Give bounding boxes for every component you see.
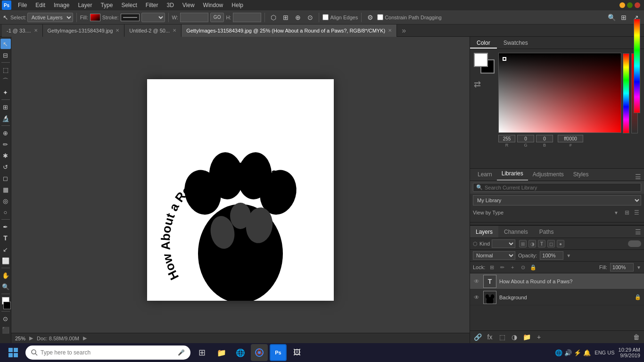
dodge-tool-btn[interactable]: ○	[0, 207, 11, 217]
align-edges-checkbox-label[interactable]: Align Edges	[322, 14, 358, 20]
quick-mask-btn[interactable]: ⊙	[0, 313, 11, 324]
fg-color-large[interactable]	[474, 53, 488, 67]
layer-row-background[interactable]: 👁 Background 🔒	[470, 289, 644, 305]
voice-search-icon[interactable]: 🎤	[178, 349, 185, 356]
tab-color[interactable]: Color	[470, 37, 497, 49]
tab-learn[interactable]: Learn	[473, 169, 497, 181]
magic-wand-btn[interactable]: ✦	[0, 87, 11, 98]
blur-tool-btn[interactable]: ◎	[0, 196, 11, 206]
fill-swatch[interactable]	[90, 14, 100, 21]
filter-pixel-btn[interactable]: ⊞	[519, 240, 527, 247]
lasso-tool-btn[interactable]: ⌒	[0, 76, 11, 86]
tab-close-3[interactable]: ✕	[173, 28, 176, 33]
clone-stamp-btn[interactable]: ✱	[0, 150, 11, 161]
go-button[interactable]: GO	[210, 13, 224, 22]
layer-visibility-btn-2[interactable]: 👁	[473, 294, 480, 301]
filter-smart-btn[interactable]: ●	[557, 240, 564, 247]
color-hex-input[interactable]	[558, 135, 583, 142]
menu-help[interactable]: Help	[228, 1, 247, 9]
history-brush-btn[interactable]: ↺	[0, 162, 11, 172]
fill-input[interactable]: 100%	[610, 263, 634, 272]
color-picker-box[interactable]: R G B #	[498, 53, 640, 148]
hand-tool-btn[interactable]: ✋	[0, 270, 11, 280]
path-align-btn[interactable]: ⬡	[268, 12, 279, 23]
lock-all-btn[interactable]: 🔒	[529, 263, 537, 271]
color-r-input[interactable]	[498, 135, 515, 142]
tab-close-1[interactable]: ✕	[34, 28, 38, 33]
blend-mode-select[interactable]: Normal	[473, 251, 515, 260]
path-arrange-btn[interactable]: ⊙	[305, 12, 315, 23]
swap-colors-btn[interactable]: ⇄	[474, 79, 495, 90]
type-tool-btn[interactable]: T	[0, 233, 11, 243]
new-group-btn[interactable]: 📁	[522, 332, 531, 342]
grid-view-btn[interactable]: ⊞	[622, 208, 632, 217]
taskbar-search-box[interactable]: 🎤	[25, 346, 190, 360]
gradient-tool-btn[interactable]: ▦	[0, 184, 11, 195]
tabs-more-btn[interactable]: »	[399, 26, 409, 35]
layer-visibility-btn-1[interactable]: 👁	[473, 278, 480, 285]
view-by-chevron[interactable]: ▼	[614, 210, 619, 215]
path-select-btn[interactable]: ↙	[0, 244, 11, 255]
task-view-btn[interactable]: ⊞	[193, 344, 210, 361]
menu-window[interactable]: Window	[199, 1, 227, 9]
path-distribute-btn[interactable]: ⊞	[281, 12, 291, 23]
marquee-tool-btn[interactable]: ⬚	[0, 65, 11, 75]
lib-search-box[interactable]: 🔍	[473, 183, 641, 192]
lib-search-input[interactable]	[485, 185, 638, 190]
menu-type[interactable]: Type	[97, 1, 116, 9]
canvas-area[interactable]: How About a Round of a Paws?	[11, 37, 470, 343]
filter-toggle[interactable]	[628, 240, 641, 247]
opacity-chevron[interactable]: ▼	[566, 253, 571, 258]
start-button[interactable]	[4, 344, 23, 361]
align-edges-checkbox[interactable]	[322, 14, 329, 20]
color-gradient[interactable]	[498, 53, 621, 133]
brush-tool-btn[interactable]: ✏	[0, 139, 11, 149]
artboard-tool-btn[interactable]: ⊟	[0, 50, 11, 60]
color-g-input[interactable]	[517, 135, 534, 142]
volume-icon[interactable]: 🔊	[564, 349, 572, 356]
constrain-path-checkbox[interactable]	[377, 14, 383, 20]
stroke-box[interactable]	[121, 14, 140, 21]
lib-panel-menu-btn[interactable]: ☰	[635, 173, 641, 181]
menu-filter[interactable]: Filter	[142, 1, 162, 9]
constrain-path-label[interactable]: Constrain Path Dragging	[377, 14, 441, 20]
bg-color-swatch[interactable]	[3, 302, 11, 309]
tab-doc1[interactable]: -1 @ 33.... ✕	[2, 25, 43, 37]
active-layers-select[interactable]: Active Layers	[27, 13, 73, 22]
fill-chevron[interactable]: ▼	[636, 265, 641, 270]
height-input[interactable]	[233, 13, 261, 22]
tab-doc4[interactable]: GettyImages-131584349.jpg @ 25% (How Abo…	[182, 25, 397, 37]
pen-tool-btn[interactable]: ✒	[0, 222, 11, 232]
filter-adjust-btn[interactable]: ◑	[528, 240, 536, 247]
status-arrow[interactable]: ▶	[29, 335, 33, 341]
workspace-btn[interactable]: ⊞	[619, 12, 629, 23]
menu-view[interactable]: View	[179, 1, 198, 9]
maximize-button[interactable]	[627, 2, 633, 8]
taskbar-search-input[interactable]	[41, 349, 175, 356]
menu-file[interactable]: File	[14, 1, 31, 9]
layers-panel-menu-btn[interactable]: ☰	[635, 226, 641, 238]
menu-3d[interactable]: 3D	[163, 1, 177, 9]
move-tool-btn[interactable]: ↖	[0, 39, 11, 49]
tab-close-2[interactable]: ✕	[116, 28, 119, 33]
width-input[interactable]	[180, 13, 208, 22]
delete-layer-btn[interactable]: 🗑	[632, 332, 641, 342]
filter-type-btn[interactable]: T	[538, 240, 545, 247]
color-hue-strip[interactable]	[623, 53, 629, 133]
list-view-btn[interactable]: ☰	[632, 208, 641, 217]
minimize-button[interactable]	[619, 2, 625, 8]
layer-style-btn[interactable]: fx	[485, 332, 495, 342]
layer-mask-btn[interactable]: ⬚	[497, 332, 507, 342]
tab-channels[interactable]: Channels	[498, 226, 534, 238]
menu-image[interactable]: Image	[50, 1, 73, 9]
tab-paths[interactable]: Paths	[534, 226, 560, 238]
tab-doc3[interactable]: Untitled-2 @ 50... ✕	[124, 25, 182, 37]
link-layers-btn[interactable]: 🔗	[473, 332, 482, 342]
tab-libraries[interactable]: Libraries	[497, 169, 528, 181]
shape-tool-btn[interactable]: ⬜	[0, 255, 11, 266]
tab-doc2[interactable]: GettyImages-131584349.jpg ✕	[43, 25, 125, 37]
menu-layer[interactable]: Layer	[74, 1, 96, 9]
filter-kind-select[interactable]	[492, 239, 515, 248]
tab-adjustments[interactable]: Adjustments	[528, 169, 569, 181]
screen-mode-btn[interactable]: ⬛	[0, 325, 11, 335]
